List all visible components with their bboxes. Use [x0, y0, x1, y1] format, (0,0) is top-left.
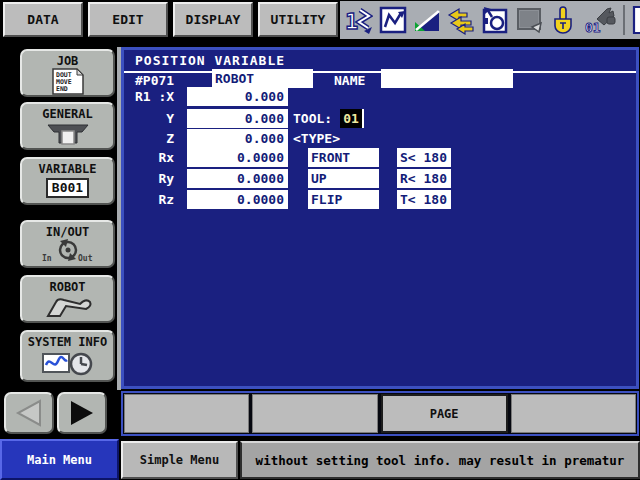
menu-bar: DATA EDIT DISPLAY UTILITY 1 [0, 0, 640, 40]
coord-label-rz: Rz [135, 192, 174, 207]
speed-level-icon [413, 5, 441, 35]
system-info-icon [41, 349, 95, 377]
coord-value-rz[interactable]: 0.0000 [187, 190, 288, 209]
tool-number-field[interactable]: 01 [340, 109, 364, 128]
tool-label: TOOL: [293, 111, 332, 126]
page-forward-button[interactable] [57, 392, 107, 434]
simple-menu-button[interactable]: Simple Menu [121, 441, 238, 479]
sidebar-item-label: IN/OUT [22, 225, 113, 239]
coord-value-x[interactable]: 0.000 [187, 87, 288, 106]
coord-label-ry: Ry [135, 171, 174, 186]
sidebar-item-label: JOB [22, 54, 113, 68]
range-s: S< 180 [397, 148, 451, 167]
playback-path-icon [379, 5, 407, 35]
sidebar-item-label: ROBOT [22, 280, 113, 294]
coord-value-rx[interactable]: 0.0000 [187, 148, 288, 167]
document-forward-icon[interactable] [631, 5, 640, 35]
coordinate-system-icon [447, 5, 475, 35]
arrow-right-icon [65, 398, 99, 428]
menu-edit-button[interactable]: EDIT [88, 2, 168, 37]
in-out-icon: In Out [40, 239, 96, 265]
type-label: <TYPE> [293, 131, 340, 146]
main-menu-sidebar: JOB DOUT MOVE END GENERAL VARIABLE B001 … [0, 40, 121, 480]
sidebar-item-in-out[interactable]: IN/OUT In Out [20, 220, 115, 268]
sidebar-item-job[interactable]: JOB DOUT MOVE END [20, 49, 115, 97]
function-key-4 [511, 394, 636, 433]
menu-display-button[interactable]: DISPLAY [173, 2, 253, 37]
page-back-button[interactable] [4, 392, 54, 434]
name-label: NAME [334, 73, 365, 88]
teach-pendant-screen: DATA EDIT DISPLAY UTILITY 1 [0, 0, 640, 480]
type-config-flip[interactable]: FLIP [308, 190, 379, 209]
sidebar-item-robot[interactable]: ROBOT [20, 275, 115, 323]
general-tool-icon [46, 121, 90, 147]
function-key-row: PAGE [121, 391, 639, 436]
position-variable-panel: POSITION VARIABLE #P071 ROBOT NAME R1 :X… [121, 47, 639, 389]
tool-number-icon: 01 [583, 5, 617, 35]
title-underline [124, 71, 636, 73]
hold-icon [549, 5, 577, 35]
function-key-2 [252, 394, 377, 433]
sidebar-item-label: VARIABLE [22, 162, 113, 176]
icon-separator [623, 5, 625, 35]
page-button[interactable]: PAGE [381, 394, 508, 433]
job-document-icon: DOUT MOVE END [49, 68, 87, 95]
arrow-left-icon [12, 398, 46, 428]
range-r: R< 180 [397, 169, 451, 188]
page-capture-icon [481, 5, 509, 35]
coord-label-rx: Rx [135, 150, 174, 165]
svg-text:END: END [56, 85, 68, 93]
sidebar-item-system-info[interactable]: SYSTEM INFO [20, 330, 115, 382]
status-message-bar: without setting tool info. may result in… [240, 441, 640, 479]
status-icon-strip: 1 [340, 1, 640, 39]
range-t: T< 180 [397, 190, 451, 209]
sidebar-item-label: GENERAL [22, 107, 113, 121]
variable-type-field[interactable]: ROBOT [212, 69, 313, 88]
sidebar-item-label: SYSTEM INFO [22, 335, 113, 349]
panel-title: POSITION VARIABLE [135, 53, 285, 68]
menu-utility-button[interactable]: UTILITY [258, 2, 338, 37]
svg-text:Out: Out [78, 254, 93, 263]
robot-arm-icon [42, 294, 94, 320]
name-field[interactable] [381, 69, 513, 88]
coord-value-ry[interactable]: 0.0000 [187, 169, 288, 188]
type-config-up[interactable]: UP [308, 169, 379, 188]
coord-value-z[interactable]: 0.000 [187, 129, 288, 148]
sidebar-item-variable[interactable]: VARIABLE B001 [20, 157, 115, 205]
function-key-1 [124, 394, 249, 433]
screen-mode-icon [515, 5, 543, 35]
main-menu-button[interactable]: Main Menu [0, 439, 119, 480]
svg-text:01: 01 [585, 20, 601, 35]
type-config-front[interactable]: FRONT [308, 148, 379, 167]
cycle-mode-icon: 1 [345, 5, 373, 35]
svg-text:In: In [42, 254, 52, 263]
coord-value-y[interactable]: 0.000 [187, 109, 288, 128]
sidebar-item-general[interactable]: GENERAL [20, 102, 115, 150]
coord-label-z: Z [135, 131, 174, 146]
variable-b001-icon: B001 [46, 178, 89, 198]
coord-label-x: R1 :X [135, 89, 174, 104]
coord-label-y: Y [135, 111, 174, 126]
variable-number-label: #P071 [135, 73, 174, 88]
menu-data-button[interactable]: DATA [3, 2, 83, 37]
